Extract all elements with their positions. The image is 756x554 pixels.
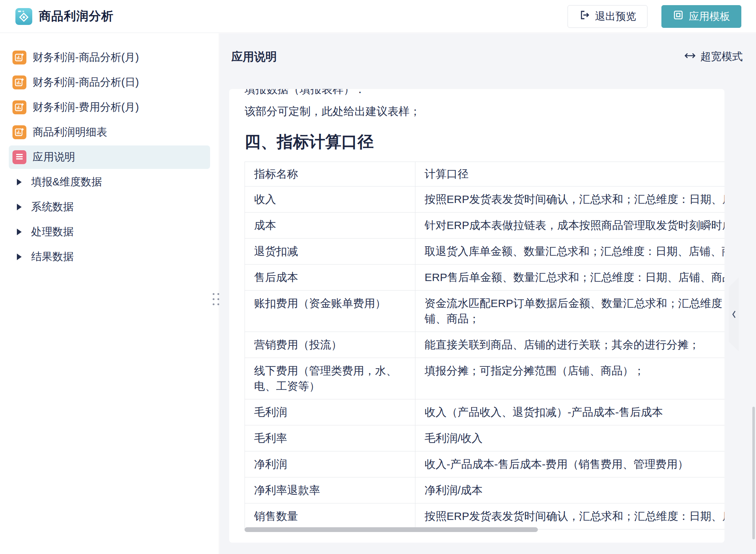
vertical-scrollbar[interactable] [752, 407, 755, 539]
table-row: 收入 按照ERP发货表发货时间确认，汇总求和；汇总维度：日期、店 [245, 186, 725, 213]
col-header-metric-name: 指标名称 [245, 162, 415, 186]
sidebar-item-finance-product-day[interactable]: 财务利润-商品分析(日) [9, 71, 210, 94]
table-row: 毛利率 毛利润/收入 [245, 425, 725, 451]
sidebar-group-result-data[interactable]: 结果数据 [9, 245, 210, 269]
metric-name: 毛利润 [254, 405, 406, 420]
metric-name: 退货扣减 [254, 244, 406, 259]
metric-calc: 按照ERP发货表发货时间确认，汇总求和；汇总维度：日期、店 [425, 509, 724, 524]
metric-calc: 能直接关联到商品、店铺的进行关联；其余的进行分摊； [425, 337, 724, 352]
metric-calc: 资金流水匹配ERP订单数据后金额、数量汇总求和；汇总维度：日期、店 铺、商品； [425, 296, 724, 326]
document-card: 填报数据（填报表样）： 该部分可定制，此处给出建议表样； 四、指标计算口径 指标… [229, 89, 724, 543]
table-row: 退货扣减 取退货入库单金额、数量汇总求和；汇总维度：日期、店铺、商 [245, 239, 725, 265]
metric-calc: 收入（产品收入、退货扣减）-产品成本-售后成本 [425, 405, 724, 420]
app-logo-icon [15, 8, 32, 25]
sidebar-group-process-data[interactable]: 处理数据 [9, 220, 210, 244]
metric-calc: 针对ERP成本表做拉链表，成本按照商品管理取发货时刻瞬时成 [425, 218, 724, 233]
metric-name: 净利率退款率 [254, 483, 406, 498]
chart-report-icon [12, 125, 26, 139]
section-title: 四、指标计算口径 [245, 132, 724, 152]
sidebar-item-label: 应用说明 [33, 150, 75, 165]
table-header-row: 指标名称 计算口径 [245, 162, 725, 186]
sidebar-item-label: 商品利润明细表 [33, 125, 107, 140]
app-title: 商品利润分析 [39, 8, 114, 25]
document-icon [12, 150, 26, 164]
collapsed-arrow-icon [17, 229, 22, 235]
horizontal-scrollbar[interactable] [245, 527, 538, 532]
apply-template-label: 应用模板 [689, 10, 730, 23]
sidebar-group-system-data[interactable]: 系统数据 [9, 195, 210, 219]
table-row: 毛利润 收入（产品收入、退货扣减）-产品成本-售后成本 [245, 399, 725, 425]
topbar-actions: 退出预览 应用模板 [568, 5, 741, 28]
exit-preview-label: 退出预览 [595, 10, 636, 23]
table-row: 成本 针对ERP成本表做拉链表，成本按照商品管理取发货时刻瞬时成 [245, 213, 725, 239]
table-row: 净利润 收入-产品成本-售后成本-费用（销售费用、管理费用） [245, 451, 725, 477]
sidebar-resize-handle[interactable] [213, 293, 219, 306]
metric-name: 账扣费用（资金账单费用） [254, 296, 406, 311]
chart-report-icon [12, 75, 26, 89]
table-row: 净利率退款率 净利润/成本 [245, 477, 725, 503]
apply-template-button[interactable]: 应用模板 [661, 5, 741, 28]
panel-header: 应用说明 超宽模式 [220, 33, 756, 75]
metric-calc: 按照ERP发货表发货时间确认，汇总求和；汇总维度：日期、店 [425, 192, 724, 207]
right-drawer-collapse-tab[interactable] [729, 277, 739, 351]
metric-name: 净利润 [254, 457, 406, 472]
chevron-left-icon [731, 310, 737, 319]
metric-name: 收入 [254, 192, 406, 207]
col-header-calc-rule: 计算口径 [415, 162, 725, 186]
sidebar-group-label: 处理数据 [31, 225, 74, 239]
sidebar-item-finance-product-month[interactable]: 财务利润-商品分析(月) [9, 46, 210, 69]
metric-calc: 取退货入库单金额、数量汇总求和；汇总维度：日期、店铺、商 [425, 244, 724, 259]
metric-name: 销售数量 [254, 509, 406, 524]
horizontal-arrows-icon [684, 51, 696, 63]
sidebar-group-label: 填报&维度数据 [31, 175, 102, 189]
wide-mode-label: 超宽模式 [700, 49, 743, 64]
table-row: 账扣费用（资金账单费用） 资金流水匹配ERP订单数据后金额、数量汇总求和；汇总维… [245, 291, 725, 332]
metric-calc: 填报分摊；可指定分摊范围（店铺、商品）； [425, 363, 724, 378]
metric-calc: ERP售后单金额、数量汇总求和；汇总维度：日期、店铺、商品 [425, 270, 724, 285]
scrolled-clipped-text: 填报数据（填报表样）： [245, 89, 724, 97]
metric-name: 成本 [254, 218, 406, 233]
metric-name: 营销费用（投流） [254, 337, 406, 352]
metric-name: 毛利率 [254, 431, 406, 446]
metric-calc: 毛利润/收入 [425, 431, 724, 446]
chart-report-icon [12, 100, 26, 114]
sidebar-item-label: 财务利润-商品分析(月) [33, 50, 139, 65]
app-window: 商品利润分析 退出预览 应用模板 财务利润-商品分析(月) [0, 0, 756, 554]
metric-calc: 净利润/成本 [425, 483, 724, 498]
wide-mode-toggle[interactable]: 超宽模式 [684, 49, 743, 64]
template-icon [673, 10, 684, 23]
metric-name: 售后成本 [254, 270, 406, 285]
metric-calc: 收入-产品成本-售后成本-费用（销售费用、管理费用） [425, 457, 724, 472]
sidebar: 财务利润-商品分析(月) 财务利润-商品分析(日) 财务利润-费用分析(月) 商… [0, 33, 219, 554]
sidebar-item-label: 财务利润-费用分析(月) [33, 100, 139, 115]
panel-title: 应用说明 [231, 49, 277, 64]
table-row: 营销费用（投流） 能直接关联到商品、店铺的进行关联；其余的进行分摊； [245, 332, 725, 358]
sidebar-item-profit-detail[interactable]: 商品利润明细表 [9, 121, 210, 144]
table-row: 线下费用（管理类费用，水、 电、工资等） 填报分摊；可指定分摊范围（店铺、商品）… [245, 358, 725, 399]
app-brand: 商品利润分析 [15, 8, 114, 25]
exit-icon [579, 10, 590, 23]
top-bar: 商品利润分析 退出预览 应用模板 [0, 0, 756, 33]
collapsed-arrow-icon [17, 179, 22, 185]
table-row: 销售数量 按照ERP发货表发货时间确认，汇总求和；汇总维度：日期、店 [245, 503, 725, 529]
metric-calc-table: 指标名称 计算口径 收入 按照ERP发货表发货时间确认，汇总求和；汇总维度：日期… [245, 162, 724, 529]
note-text: 该部分可定制，此处给出建议表样； [245, 104, 724, 119]
exit-preview-button[interactable]: 退出预览 [568, 5, 647, 28]
sidebar-item-label: 财务利润-商品分析(日) [33, 75, 139, 90]
collapsed-arrow-icon [17, 204, 22, 210]
sidebar-item-finance-expense-month[interactable]: 财务利润-费用分析(月) [9, 96, 210, 119]
sidebar-item-app-description[interactable]: 应用说明 [9, 145, 210, 169]
sidebar-group-report-dimension-data[interactable]: 填报&维度数据 [9, 170, 210, 194]
main-panel: 应用说明 超宽模式 填报数据（填报表样）： 该部分可定制，此处给出建议表样； 四… [220, 33, 756, 554]
sidebar-group-label: 系统数据 [31, 200, 74, 214]
chart-report-icon [12, 51, 26, 64]
collapsed-arrow-icon [17, 254, 22, 260]
sidebar-group-label: 结果数据 [31, 250, 74, 264]
metric-name: 线下费用（管理类费用，水、 电、工资等） [254, 363, 406, 394]
table-row: 售后成本 ERP售后单金额、数量汇总求和；汇总维度：日期、店铺、商品 [245, 265, 725, 291]
